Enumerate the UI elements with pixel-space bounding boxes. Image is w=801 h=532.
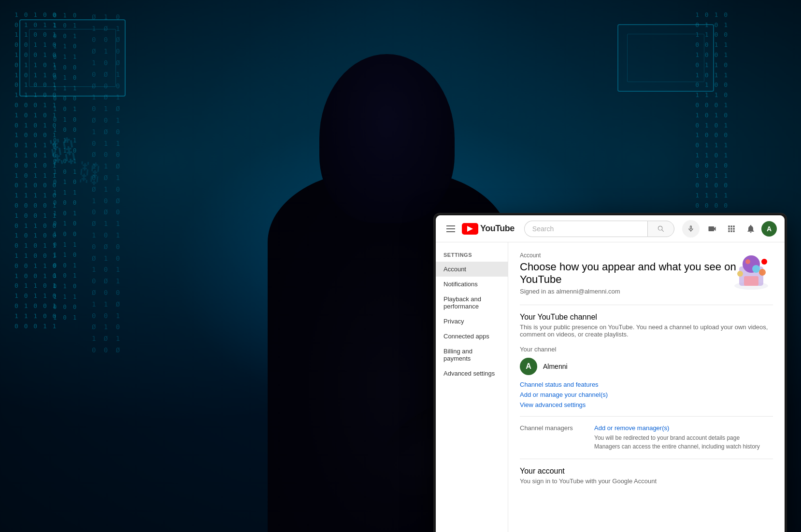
- yt-logo-text: YouTube: [480, 224, 515, 234]
- managers-content: Add or remove manager(s) You will be red…: [594, 424, 760, 451]
- user-avatar[interactable]: A: [761, 221, 777, 237]
- notifications-button[interactable]: [742, 220, 759, 238]
- sidebar-item-playback[interactable]: Playback and performance: [436, 292, 508, 314]
- yt-main-content: Account Choose how you appear and what y…: [508, 242, 785, 532]
- create-button[interactable]: [703, 220, 721, 238]
- channel-section-title: Your YouTube channel: [520, 313, 773, 322]
- your-channel-label: Your channel: [520, 346, 773, 353]
- channel-advanced-link[interactable]: View advanced settings: [520, 401, 773, 408]
- search-icon: [657, 225, 665, 233]
- channel-links: Channel status and features Add or manag…: [520, 381, 773, 408]
- apps-button[interactable]: [723, 220, 740, 238]
- yt-play-triangle: [467, 226, 473, 232]
- sidebar-item-billing[interactable]: Billing and payments: [436, 344, 508, 366]
- yt-body: SETTINGS Account Notifications Playback …: [436, 242, 785, 532]
- sidebar-item-privacy[interactable]: Privacy: [436, 314, 508, 329]
- channel-avatar: A: [520, 358, 537, 375]
- header-actions: A: [703, 220, 777, 238]
- channel-status-link[interactable]: Channel status and features: [520, 381, 773, 388]
- notifications-icon: [746, 224, 756, 234]
- illustration-svg: [729, 252, 773, 295]
- divider-1: [520, 305, 773, 305]
- sidebar-section-title: SETTINGS: [436, 250, 508, 262]
- channel-section: Your YouTube channel This is your public…: [520, 313, 773, 408]
- divider-2: [520, 416, 773, 417]
- managers-label: Channel managers: [520, 424, 583, 432]
- yt-header: YouTube: [436, 215, 785, 242]
- sidebar-item-notifications[interactable]: Notifications: [436, 277, 508, 292]
- svg-point-3: [745, 259, 750, 264]
- svg-point-5: [752, 265, 760, 273]
- svg-point-7: [759, 269, 766, 276]
- divider-3: [520, 459, 773, 459]
- apps-icon: [727, 224, 736, 234]
- managers-link[interactable]: Add or remove manager(s): [594, 424, 760, 432]
- monitor-wrapper: YouTube: [434, 213, 787, 532]
- search-container: [524, 221, 674, 237]
- header-illustration: [729, 252, 773, 297]
- mic-icon: [687, 225, 695, 233]
- yt-logo[interactable]: YouTube: [462, 223, 515, 235]
- yt-logo-icon: [462, 223, 478, 235]
- your-account-section: Your account You sign in to YouTube with…: [520, 467, 773, 485]
- create-icon: [707, 224, 717, 234]
- channel-manage-link[interactable]: Add or manage your channel(s): [520, 391, 773, 398]
- youtube-window: YouTube: [436, 215, 785, 532]
- channel-section-desc: This is your public presence on YouTube.…: [520, 323, 773, 338]
- sidebar-item-account[interactable]: Account: [436, 262, 508, 277]
- yt-sidebar: SETTINGS Account Notifications Playback …: [436, 242, 508, 532]
- svg-rect-4: [744, 276, 758, 286]
- channel-name: Almenni: [543, 363, 568, 370]
- account-section-title: Your account: [520, 467, 773, 476]
- managers-section: Channel managers Add or remove manager(s…: [520, 424, 773, 451]
- managers-desc-2: Managers can access the entire channel, …: [594, 442, 760, 451]
- menu-button[interactable]: [443, 222, 458, 236]
- account-section-desc: You sign in to YouTube with your Google …: [520, 477, 773, 485]
- sidebar-item-advanced[interactable]: Advanced settings: [436, 366, 508, 381]
- svg-point-6: [737, 271, 743, 277]
- channel-info: A Almenni: [520, 358, 773, 375]
- managers-desc-1: You will be redirected to your brand acc…: [594, 434, 760, 442]
- sidebar-item-connected-apps[interactable]: Connected apps: [436, 329, 508, 344]
- mic-button[interactable]: [682, 220, 700, 238]
- content-header: Account Choose how you appear and what y…: [520, 252, 773, 295]
- search-input[interactable]: [524, 221, 647, 237]
- svg-point-8: [761, 259, 767, 265]
- search-button[interactable]: [647, 221, 674, 237]
